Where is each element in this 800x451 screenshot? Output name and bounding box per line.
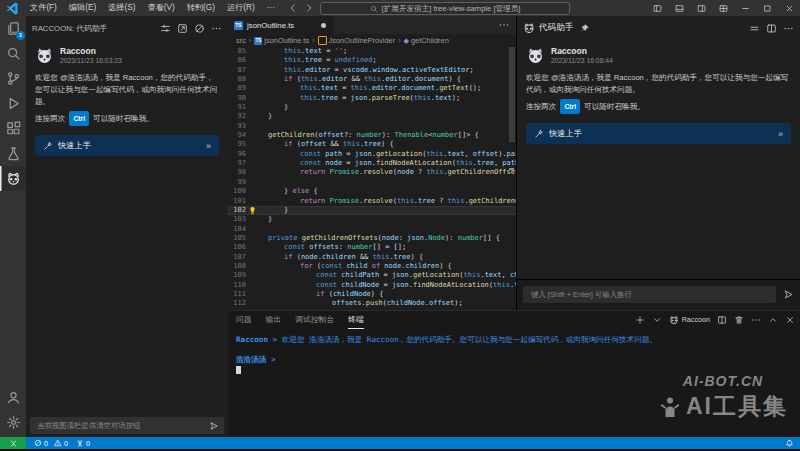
- breadcrumb-item-1[interactable]: TSjsonOutline.ts: [254, 36, 309, 45]
- panel-tab-1[interactable]: 输出: [266, 312, 282, 328]
- clear-list-icon[interactable]: [749, 23, 760, 34]
- forward-icon[interactable]: [304, 3, 314, 13]
- clear-chat-icon[interactable]: [194, 23, 205, 34]
- activity-account[interactable]: [0, 385, 26, 410]
- breadcrumb-item-3[interactable]: ◆getChildren: [404, 36, 449, 45]
- sidebar-chat-input[interactable]: [30, 417, 224, 434]
- activity-raccoon[interactable]: [0, 166, 26, 191]
- close-window-button[interactable]: [778, 0, 800, 16]
- breadcrumb-item-0[interactable]: src: [236, 36, 246, 45]
- more-actions-icon[interactable]: [211, 23, 222, 34]
- panel-more-icon[interactable]: [751, 315, 761, 325]
- code-line-110[interactable]: 110const childNode = json.findNodeAtLoca…: [228, 281, 516, 290]
- settings-slider-icon[interactable]: [160, 23, 171, 34]
- lightbulb-icon[interactable]: [248, 206, 257, 215]
- menu-item-3[interactable]: 查看(V): [141, 0, 180, 16]
- code-line-108[interactable]: 108for (const child of node.children) {: [228, 262, 516, 271]
- editor-tab-bar: TS jsonOutline.ts: [228, 16, 516, 34]
- code-editor[interactable]: 85this.text = '';86this.tree = undefined…: [228, 47, 516, 310]
- code-line-97[interactable]: 97const node = json.findNodeAtLocation(t…: [228, 159, 516, 168]
- notifications-bell-icon[interactable]: [785, 439, 794, 448]
- code-line-92[interactable]: 92}: [228, 112, 516, 121]
- menu-item-2[interactable]: 选择(S): [102, 0, 141, 16]
- activity-search[interactable]: [0, 41, 26, 66]
- minimize-button[interactable]: [734, 0, 756, 16]
- code-line-104[interactable]: 104: [228, 225, 516, 234]
- code-line-93[interactable]: 93: [228, 122, 516, 131]
- code-line-89[interactable]: 89this.text = this.editor.document.getTe…: [228, 84, 516, 93]
- toggle-secondary-sidebar-button[interactable]: [690, 0, 712, 16]
- pin-icon[interactable]: [579, 23, 590, 34]
- send-icon[interactable]: [783, 289, 794, 300]
- code-line-96[interactable]: 96const path = json.getLocation(this.tex…: [228, 150, 516, 159]
- breadcrumb-item-2[interactable]: JsonOutlineProvider: [318, 36, 396, 45]
- activity-explorer[interactable]: 1: [0, 16, 26, 41]
- code-line-95[interactable]: 95if (offset && this.tree) {: [228, 140, 516, 149]
- modified-dot-icon[interactable]: [321, 23, 326, 28]
- back-icon[interactable]: [288, 3, 298, 13]
- maximize-panel-icon[interactable]: [768, 315, 778, 325]
- terminal-dropdown-icon[interactable]: [652, 315, 662, 325]
- code-line-105[interactable]: 105private getChildrenOffsets(node: json…: [228, 234, 516, 243]
- panel-tab-0[interactable]: 问题: [236, 312, 252, 328]
- code-line-112[interactable]: 112offsets.push(childNode.offset);: [228, 299, 516, 308]
- search-icon: [6, 46, 21, 61]
- code-line-98[interactable]: 98return Promise.resolve(node ? this.get…: [228, 168, 516, 177]
- code-line-100[interactable]: 100} else {: [228, 187, 516, 196]
- menu-item-5[interactable]: 运行(R): [221, 0, 261, 16]
- send-icon[interactable]: [209, 421, 219, 431]
- code-line-106[interactable]: 106const offsets: number[] = [];: [228, 243, 516, 252]
- activity-test-explorer[interactable]: [0, 141, 26, 166]
- kill-terminal-icon[interactable]: [734, 315, 744, 325]
- open-in-editor-icon[interactable]: [177, 23, 188, 34]
- split-terminal-icon[interactable]: [717, 315, 727, 325]
- code-line-101[interactable]: 101return Promise.resolve(this.tree ? th…: [228, 197, 516, 206]
- sidebar-input-field[interactable]: [35, 420, 209, 431]
- new-terminal-icon[interactable]: [635, 315, 645, 325]
- menu-item-4[interactable]: 转到(G): [181, 0, 221, 16]
- activity-settings[interactable]: [0, 410, 26, 435]
- assistant-chat-input[interactable]: [523, 286, 776, 303]
- code-line-88[interactable]: 88if (this.editor && this.editor.documen…: [228, 75, 516, 84]
- code-line-109[interactable]: 109const childPath = json.getLocation(th…: [228, 271, 516, 280]
- activity-extensions[interactable]: [0, 116, 26, 141]
- code-line-102[interactable]: 102}: [228, 206, 516, 215]
- problems-status[interactable]: 0 0: [34, 439, 68, 448]
- panel-tab-2[interactable]: 调试控制台: [295, 312, 334, 328]
- raccoon-icon: [523, 22, 535, 34]
- activity-source-control[interactable]: [0, 66, 26, 91]
- code-line-85[interactable]: 85this.text = '';: [228, 47, 516, 56]
- menu-item-1[interactable]: 编辑(E): [63, 0, 102, 16]
- code-line-90[interactable]: 90this.tree = json.parseTree(this.text);: [228, 94, 516, 103]
- terminal-instance[interactable]: Raccoon: [669, 315, 710, 325]
- toggle-panel-button[interactable]: [668, 0, 690, 16]
- code-line-99[interactable]: 99: [228, 178, 516, 187]
- maximize-button[interactable]: [756, 0, 778, 16]
- panel-tab-3[interactable]: 终端: [348, 312, 364, 328]
- panel-more-icon[interactable]: [783, 23, 794, 34]
- code-line-107[interactable]: 107if (node.children && this.tree) {: [228, 253, 516, 262]
- quick-start-button[interactable]: 快速上手 »: [35, 135, 219, 156]
- code-line-111[interactable]: 111if (childNode) {: [228, 290, 516, 299]
- ports-status[interactable]: 0: [76, 439, 90, 448]
- tab-more-icon[interactable]: [498, 19, 510, 31]
- close-panel-icon[interactable]: [785, 315, 795, 325]
- tab-jsonoutline[interactable]: TS jsonOutline.ts: [228, 16, 333, 34]
- quick-start-button[interactable]: 快速上手 »: [526, 123, 791, 144]
- customize-layout-button[interactable]: [712, 0, 734, 16]
- terminal-output[interactable]: Raccoon > 欢迎您 浩浩汤汤，我是 Raccoon，您的代码助手。您可以…: [236, 335, 792, 375]
- menu-item-6[interactable]: ···: [261, 0, 281, 16]
- remote-indicator[interactable]: [0, 437, 26, 449]
- command-center[interactable]: [扩展开发宿主] tree-view-sample [管理员]: [320, 2, 570, 15]
- menu-item-0[interactable]: 文件(F): [24, 0, 63, 16]
- activity-run-debug[interactable]: [0, 91, 26, 116]
- split-editor-icon[interactable]: [766, 23, 777, 34]
- editor-scrollbar[interactable]: [509, 47, 515, 142]
- code-line-94[interactable]: 94getChildren(offset?: number): Thenable…: [228, 131, 516, 140]
- code-line-87[interactable]: 87this.editor = vscode.window.activeText…: [228, 66, 516, 75]
- code-line-103[interactable]: 103}: [228, 215, 516, 224]
- toggle-sidebar-button[interactable]: [646, 0, 668, 16]
- code-line-91[interactable]: 91}: [228, 103, 516, 112]
- code-line-86[interactable]: 86this.tree = undefined;: [228, 56, 516, 65]
- assistant-input-field[interactable]: [529, 289, 770, 300]
